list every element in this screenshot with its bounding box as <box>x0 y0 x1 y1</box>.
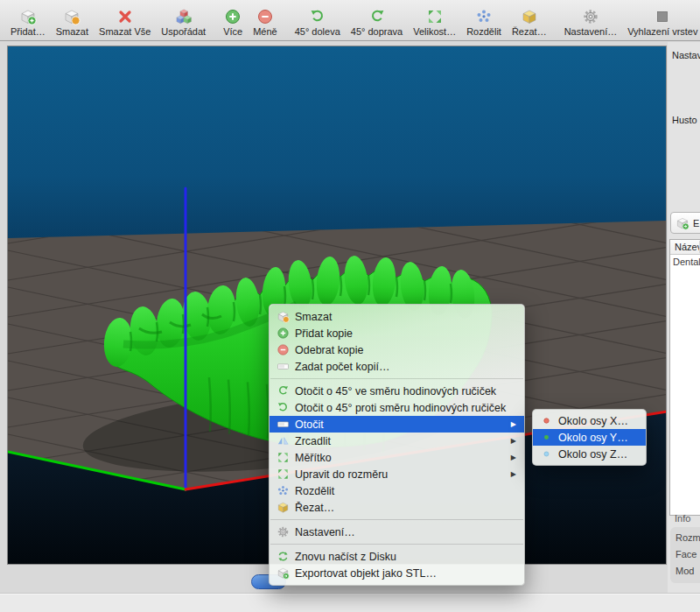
context-menu-item-rotate-45-cw[interactable]: Otočit o 45° ve směru hodinových ručiček <box>270 383 524 399</box>
arrows-out-icon <box>276 468 290 481</box>
context-menu-item-cut[interactable]: Řezat… <box>270 499 524 516</box>
context-menu-label-mirror: Zrcadlit <box>295 435 506 447</box>
toolbar-rotate-left-button[interactable]: 45° doleva <box>290 2 346 39</box>
white-rect-icon <box>276 418 290 431</box>
toolbar-arrange-button[interactable]: Uspořádat <box>156 2 211 39</box>
context-menu-item-delete[interactable]: Smazat <box>270 308 524 325</box>
context-menu-label-add-copy: Přidat kopie <box>295 327 516 340</box>
context-menu-item-mirror[interactable]: Zrcadlit▶ <box>270 433 524 449</box>
submenu-item-around-y[interactable]: Okolo osy Y… <box>533 429 646 446</box>
context-menu-item-rotate-45-ccw[interactable]: Otočit o 45° proti směru hodinových ruči… <box>270 399 524 416</box>
context-menu-item-export-as-stl[interactable]: Exportovat objekt jako STL… <box>270 565 524 581</box>
toolbar-scale-button[interactable]: Velikost… <box>408 2 461 39</box>
toolbar-layer-smoothing-button[interactable]: Vyhlazení vrstev <box>622 2 700 39</box>
export-cube-icon <box>676 216 690 230</box>
context-menu-label-set-copy-count: Zadat počet kopií… <box>295 361 516 373</box>
gray-square-icon <box>654 8 671 25</box>
object-list[interactable]: Název Dental_ <box>669 239 700 516</box>
toolbar-delete-button[interactable]: Smazat <box>51 2 94 39</box>
toolbar-cut-button[interactable]: Řezat… <box>507 2 552 39</box>
context-menu-item-reload-from-disk[interactable]: Znovu načíst z Disku <box>270 548 524 565</box>
toolbar-delete-all-button[interactable]: Smazat Vše <box>94 2 156 39</box>
submenu-label-around-z: Okolo osy Z… <box>558 448 638 461</box>
info-header: Info <box>675 513 690 524</box>
mirror-icon <box>276 434 290 447</box>
toolbar-layer-smoothing-label: Vyhlazení vrstev <box>627 26 697 38</box>
toolbar-rotate-left-label: 45° doleva <box>295 26 340 38</box>
context-menu-label-remove-copy: Odebrat kopie <box>295 344 516 356</box>
object-list-header[interactable]: Název <box>670 240 700 255</box>
toolbar-fewer-label: Méně <box>253 26 277 38</box>
submenu-label-around-x: Okolo osy X… <box>558 415 638 427</box>
density-label: Husto <box>672 115 697 125</box>
red-x-icon <box>116 8 134 25</box>
toolbar-fewer-button[interactable]: Méně <box>248 2 283 39</box>
toolbar-delete-label: Smazat <box>56 26 88 38</box>
context-menu-label-split: Rozdělit <box>295 485 516 497</box>
context-menu-label-cut: Řezat… <box>295 502 516 514</box>
main-toolbar: Přidat…SmazatSmazat Vše UspořádatVíceMén… <box>0 0 700 41</box>
rotate-submenu: Okolo osy X…Okolo osy Y…Okolo osy Z… <box>532 409 647 466</box>
toolbar-add-label: Přidat… <box>10 26 46 38</box>
split-dots-icon <box>276 484 290 497</box>
toolbar-rotate-right-button[interactable]: 45° doprava <box>346 2 408 39</box>
context-menu-label-settings: Nastavení… <box>295 526 516 538</box>
context-menu-label-rotate: Otočit <box>295 419 506 431</box>
status-bar <box>0 593 700 612</box>
info-row-1: Face <box>676 546 700 563</box>
context-menu-label-export-as-stl: Exportovat objekt jako STL… <box>295 567 516 580</box>
rotate-ccw-icon <box>309 8 326 25</box>
cube-export-icon <box>276 566 290 580</box>
submenu-item-around-x[interactable]: Okolo osy X… <box>533 412 646 429</box>
toolbar-more-button[interactable]: Více <box>218 2 248 39</box>
toolbar-add-button[interactable]: Přidat… <box>5 2 51 39</box>
submenu-item-around-z[interactable]: Okolo osy Z… <box>533 446 646 462</box>
export-button-label: E <box>693 218 699 229</box>
context-menu-item-add-copy[interactable]: Přidat kopie <box>270 325 524 341</box>
cube-add-icon <box>19 8 37 25</box>
rotate-ccw-icon <box>276 401 290 414</box>
context-menu-label-scale: Měřítko <box>295 452 506 464</box>
split-dots-icon <box>475 8 493 25</box>
context-menu-item-set-copy-count[interactable]: Zadat počet kopií… <box>270 358 524 375</box>
circle-plus-icon <box>276 327 290 340</box>
submenu-arrow-icon: ▶ <box>511 454 516 461</box>
context-menu-separator <box>270 544 523 545</box>
context-menu-separator <box>270 519 523 520</box>
dot-blue-icon <box>540 447 553 461</box>
toolbar-delete-all-label: Smazat Vše <box>99 26 150 38</box>
context-menu: SmazatPřidat kopieOdebrat kopieZadat poč… <box>269 304 525 586</box>
cube-export-icon <box>676 216 690 230</box>
context-menu-label-rotate-45-ccw: Otočit o 45° proti směru hodinových ruči… <box>295 402 516 414</box>
context-menu-item-settings[interactable]: Nastavení… <box>270 524 524 540</box>
toolbar-split-button[interactable]: Rozdělit <box>461 2 507 39</box>
cube-yellow-icon <box>276 501 290 514</box>
context-menu-item-fit-to-size[interactable]: Upravit do rozměru▶ <box>270 466 524 482</box>
context-menu-item-split[interactable]: Rozdělit <box>270 482 524 499</box>
application-window: Přidat…SmazatSmazat Vše UspořádatVíceMén… <box>0 0 700 612</box>
settings-section-label: Nastav <box>672 50 700 60</box>
object-list-row[interactable]: Dental_ <box>670 255 700 267</box>
toolbar-more-label: Více <box>223 26 242 38</box>
cube-yellow-icon <box>521 8 538 25</box>
toolbar-split-label: Rozdělit <box>466 26 501 38</box>
context-menu-label-rotate-45-cw: Otočit o 45° ve směru hodinových ručiček <box>295 385 516 397</box>
rotate-cw-icon <box>368 8 386 25</box>
dot-red-icon <box>540 414 553 427</box>
context-menu-label-delete: Smazat <box>295 311 516 323</box>
export-button[interactable]: E <box>670 212 700 234</box>
context-menu-item-rotate[interactable]: Otočit▶ <box>270 416 524 433</box>
context-menu-item-scale[interactable]: Měřítko▶ <box>270 449 524 466</box>
context-menu-label-reload-from-disk: Znovu načíst z Disku <box>295 551 516 563</box>
cube-remove-icon <box>63 8 80 25</box>
context-menu-label-fit-to-size: Upravit do rozměru <box>295 468 506 481</box>
settings-panel: Nastav Husto E Název Dental_ Info RozmFa… <box>668 42 700 593</box>
refresh-icon <box>276 550 290 563</box>
gear-icon <box>582 8 599 25</box>
toolbar-settings-button[interactable]: Nastavení… <box>559 2 623 39</box>
toolbar-arrange-label: Uspořádat <box>161 26 206 38</box>
circle-plus-icon <box>224 8 242 25</box>
toolbar-settings-label: Nastavení… <box>564 26 618 38</box>
context-menu-item-remove-copy[interactable]: Odebrat kopie <box>270 341 524 358</box>
white-rect-icon <box>276 360 290 373</box>
